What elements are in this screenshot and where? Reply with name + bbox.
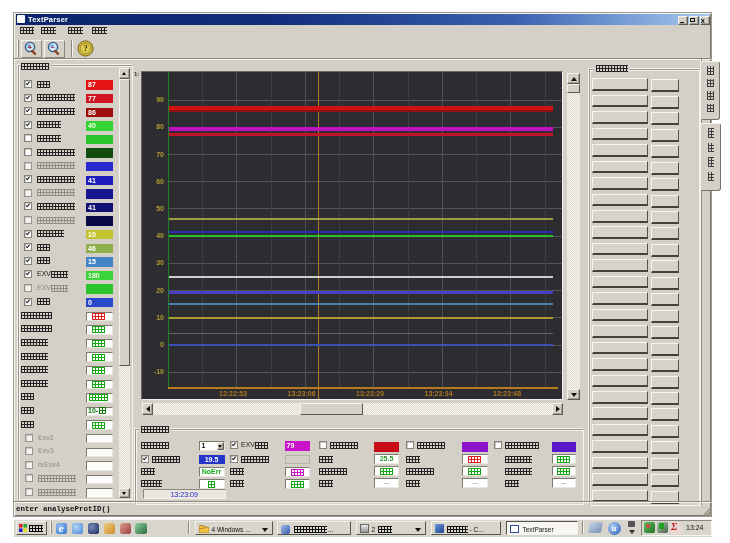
svg-text:?: ? bbox=[83, 43, 87, 53]
svg-text:−: − bbox=[51, 44, 55, 51]
svg-text:+: + bbox=[28, 44, 32, 51]
